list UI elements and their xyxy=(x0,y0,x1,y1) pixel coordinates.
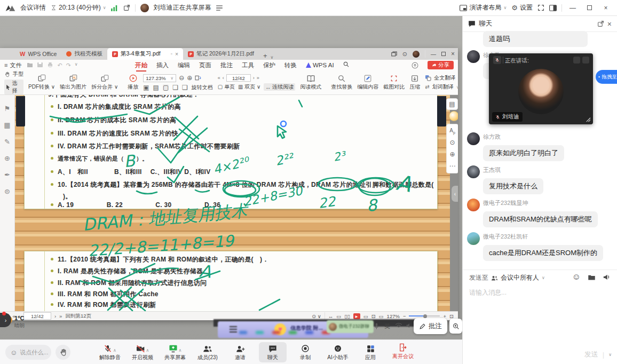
next-page-icon[interactable]: › xyxy=(253,76,255,81)
fit-width-icon[interactable]: ▤ xyxy=(153,84,159,91)
page-tools-button[interactable]: ▤ xyxy=(446,98,458,110)
announce-icon[interactable] xyxy=(603,273,611,281)
tray-mic-icon[interactable] xyxy=(374,322,379,330)
send-file-icon[interactable] xyxy=(588,274,596,281)
tray-wifi-icon[interactable] xyxy=(395,322,402,329)
menu-home[interactable]: 开始 xyxy=(135,61,147,69)
save-icon[interactable] xyxy=(37,62,43,68)
screenshot-compare-button[interactable]: 截图对比 xyxy=(383,75,405,91)
ime-language-indicator[interactable]: 英 xyxy=(384,322,390,330)
chat-notification-toast[interactable]: 微电子232群聊 xyxy=(327,320,374,333)
stamp-icon[interactable]: ⊜ xyxy=(4,187,10,195)
mic-options-caret[interactable]: ∧ xyxy=(113,348,116,353)
wps-share-button[interactable]: 分享 xyxy=(428,61,454,69)
meeting-details-button[interactable]: 会议详情 xyxy=(20,3,46,12)
menu-insert[interactable]: 插入 xyxy=(156,61,169,69)
file-menu[interactable]: ≡文件 xyxy=(4,61,21,69)
full-translate-button[interactable]: 全文翻译 xyxy=(425,74,459,82)
pdf-document-area[interactable]: ⚑ ▦ ✎ ⊕ ✒ ⊜ 9.下面是有关 DRAM 和 SRAM 存储器芯片的叙述… xyxy=(0,95,458,311)
compress-button[interactable]: 压缩 xyxy=(409,75,420,91)
first-page-icon[interactable]: « xyxy=(218,76,220,81)
quickbar-caret-icon[interactable]: ∨ xyxy=(75,62,78,69)
redo-icon[interactable]: ↷ xyxy=(66,62,71,69)
continuous-read-button[interactable]: ↔ 连续阅读 xyxy=(264,83,295,91)
fullscreen-icon[interactable] xyxy=(537,4,544,11)
eye-protect-button[interactable]: ⊙ ∨ xyxy=(312,313,321,319)
comment-icon[interactable]: ✎ xyxy=(4,138,10,146)
pdf-convert-button[interactable]: PDF转换 ∨ xyxy=(28,74,55,91)
find-replace-button[interactable]: 查找替换 xyxy=(331,75,352,91)
read-mode-button[interactable]: 阅读模式 xyxy=(300,75,321,91)
tab-pin-icon[interactable]: ▫ xyxy=(171,51,172,57)
speaker-video-window[interactable]: 正在讲话: 刘培迪 xyxy=(489,53,593,124)
hidden-dock-handle[interactable]: › xyxy=(0,313,11,327)
share-list-icon[interactable] xyxy=(216,5,223,11)
tab-list-button[interactable]: ∨ xyxy=(271,55,274,60)
rotate-left-icon[interactable]: ❏ xyxy=(172,84,178,91)
drag-to-dock-tag[interactable]: 拖拽至 xyxy=(596,70,617,84)
apps-button[interactable]: 应用 xyxy=(357,342,384,362)
undo-icon[interactable]: ↶ xyxy=(57,62,62,69)
hand-tool-button[interactable]: 手型 xyxy=(4,70,23,78)
open-folder-icon[interactable] xyxy=(27,62,33,68)
edit-content-button[interactable]: 编辑内容 xyxy=(357,75,378,91)
double-view-button[interactable]: ▯▯ xyxy=(344,313,350,319)
tab-review-pdf[interactable]: P第3-4章复习.pdf▫× xyxy=(107,48,183,60)
meeting-annotate-button[interactable]: 批注 xyxy=(414,318,447,334)
open-external-icon[interactable] xyxy=(123,4,130,11)
last-page-button[interactable]: » xyxy=(59,313,62,319)
invite-button[interactable]: 邀请 xyxy=(226,342,254,362)
meeting-timer[interactable]: 20:13 (40分钟)∨ xyxy=(51,3,106,12)
video-options-caret[interactable]: ∧ xyxy=(146,348,149,353)
record-button[interactable]: 录制 xyxy=(291,342,319,362)
share-options-caret[interactable]: ∧ xyxy=(179,348,182,353)
tab-close-icon[interactable]: × xyxy=(175,51,178,57)
upload-cloud-button[interactable] xyxy=(412,62,418,69)
tray-speaker-icon[interactable] xyxy=(406,322,412,329)
back-to-page-button[interactable]: 回到第12页 xyxy=(65,313,91,320)
single-page-button[interactable]: ▢ 单页 xyxy=(218,83,235,91)
fullwidth-button[interactable]: ▭ xyxy=(379,313,384,319)
meeting-magnifier-button[interactable] xyxy=(449,319,462,334)
menu-page[interactable]: 页面 xyxy=(199,61,211,69)
panel-collapse-handle[interactable]: ‹ xyxy=(452,186,458,202)
minimize-button[interactable]: — xyxy=(567,3,579,13)
thumbnail-icon[interactable]: ▦ xyxy=(4,121,10,129)
rotate-float-button[interactable]: ⊙ xyxy=(449,139,455,146)
raise-hand-button[interactable] xyxy=(56,345,70,360)
zoom-minus-button[interactable]: − xyxy=(403,313,406,319)
settings-button[interactable]: ⚙设置 xyxy=(511,3,533,12)
fullscreen-toggle-button[interactable]: ⊡ xyxy=(449,313,454,319)
audience-selector[interactable]: 会议中所有人 xyxy=(501,273,539,282)
tab-wps-office[interactable]: WWPS Office xyxy=(15,48,61,60)
help-icon[interactable]: ⊙ xyxy=(402,51,407,58)
menu-comment[interactable]: 批注 xyxy=(220,61,233,69)
fit-width-button[interactable]: ⊡ xyxy=(371,313,376,319)
start-video-button[interactable]: ∧ 开启视频 xyxy=(129,342,156,362)
video-window-option-icon[interactable] xyxy=(582,57,589,64)
select-tool-button[interactable]: 选择 xyxy=(4,80,23,94)
page-number-input[interactable]: 12/42 xyxy=(226,74,251,82)
send-button[interactable]: 发送|∨ xyxy=(584,350,612,359)
print-icon[interactable] xyxy=(47,62,53,68)
search-icon[interactable] xyxy=(343,61,349,67)
zoom-out-icon[interactable]: ⊖ xyxy=(179,75,184,81)
zoom-in-icon[interactable]: ⊕ xyxy=(187,75,192,81)
unmute-button[interactable]: ∧ 解除静音 xyxy=(96,342,124,362)
chat-close-icon[interactable]: × xyxy=(607,20,612,28)
menu-protect[interactable]: 保护 xyxy=(263,61,275,69)
zoom-slider[interactable] xyxy=(409,315,440,316)
share-screen-button[interactable]: ∧ 共享屏幕 xyxy=(161,342,189,362)
fit-page-icon[interactable]: ▣ xyxy=(143,84,149,91)
close-button[interactable]: × xyxy=(600,3,612,13)
zoom-float-button[interactable]: ⊕ xyxy=(449,151,455,158)
play-button[interactable]: 播放 xyxy=(128,74,138,91)
slideshow-button[interactable]: ▶ xyxy=(353,313,360,319)
menu-convert[interactable]: 转换 xyxy=(284,61,297,69)
send-options-caret[interactable]: ∨ xyxy=(608,352,612,357)
video-window-option-icon[interactable] xyxy=(573,57,580,64)
rotate-doc-icon[interactable] xyxy=(195,75,202,81)
network-signal-icon[interactable] xyxy=(111,5,118,11)
layout-switch-button[interactable]: 演讲者布局∨ xyxy=(460,3,507,12)
actual-size-icon[interactable]: ▢ xyxy=(163,84,169,91)
